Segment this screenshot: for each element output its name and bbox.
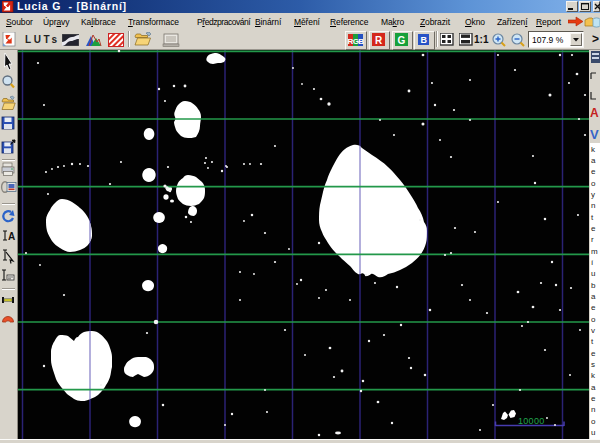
svg-text:a: a	[591, 383, 596, 392]
svg-text:e: e	[591, 394, 596, 403]
svg-text:m: m	[591, 247, 598, 256]
svg-text:v: v	[591, 326, 595, 335]
svg-text:B: B	[358, 37, 364, 46]
svg-text:10000: 10000	[518, 416, 545, 426]
svg-text:e: e	[591, 303, 596, 312]
svg-text:V: V	[590, 127, 599, 142]
svg-text:B: B	[421, 35, 428, 45]
svg-text:n: n	[591, 201, 595, 210]
svg-text:G: G	[398, 35, 406, 46]
svg-text:o: o	[591, 315, 596, 324]
svg-text:n: n	[591, 405, 595, 414]
svg-text:a: a	[591, 156, 596, 165]
svg-text:e: e	[591, 349, 596, 358]
svg-text:A: A	[8, 231, 15, 242]
svg-text:r: r	[591, 235, 594, 244]
svg-text:o: o	[591, 179, 596, 188]
svg-text:e: e	[591, 167, 596, 176]
svg-text:A: A	[590, 106, 599, 120]
svg-text:u: u	[591, 269, 595, 278]
svg-text:b: b	[591, 281, 596, 290]
svg-text:a: a	[591, 292, 596, 301]
svg-text:u: u	[591, 428, 595, 437]
svg-text:R: R	[375, 35, 383, 46]
svg-text:e: e	[591, 224, 596, 233]
svg-text:o: o	[591, 417, 596, 426]
svg-text:s: s	[591, 360, 595, 369]
svg-text:y: y	[591, 190, 595, 199]
